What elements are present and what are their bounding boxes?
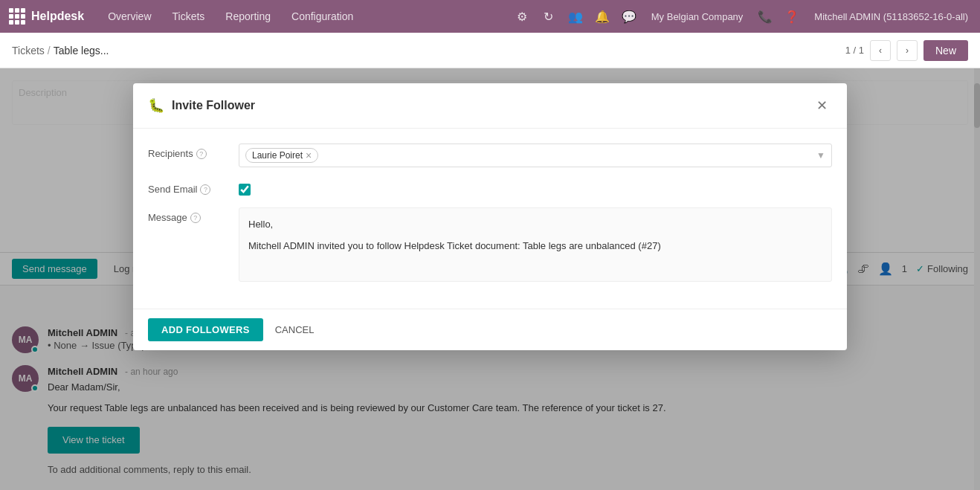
apps-grid-icon — [9, 8, 25, 25]
bug-icon: 🐛 — [148, 97, 164, 114]
users-icon[interactable]: 👥 — [565, 6, 586, 27]
chat-icon[interactable]: 💬 — [619, 6, 639, 27]
invite-follower-modal: 🐛 Invite Follower ✕ Recipients ? — [133, 83, 847, 350]
notifications-icon[interactable]: 🔔 — [592, 6, 613, 27]
modal-header: 🐛 Invite Follower ✕ — [133, 83, 847, 129]
recipients-tag-input[interactable]: Laurie Poiret × ▼ — [239, 144, 832, 167]
send-email-checkbox-area — [239, 179, 251, 196]
top-nav: Helpdesk Overview Tickets Reporting Conf… — [0, 0, 980, 33]
nav-reporting[interactable]: Reporting — [216, 7, 280, 25]
breadcrumb-parent[interactable]: Tickets — [12, 45, 45, 57]
modal-body: Recipients ? Laurie Poiret × ▼ — [133, 129, 847, 309]
breadcrumb-current: Table legs... — [54, 45, 109, 57]
apps-menu-button[interactable] — [6, 5, 28, 28]
next-record-button[interactable]: › — [897, 40, 918, 61]
recipient-tag: Laurie Poiret × — [245, 148, 318, 163]
help-icon[interactable]: ❓ — [781, 6, 802, 27]
modal-footer: ADD FOLLOWERS CANCEL — [133, 309, 847, 350]
nav-right: ⚙ ↻ 👥 🔔 💬 My Belgian Company 📞 ❓ Mitchel… — [512, 6, 974, 27]
cancel-button[interactable]: CANCEL — [272, 318, 317, 341]
message-greeting-line: Hello, — [248, 217, 822, 233]
dropdown-arrow-icon[interactable]: ▼ — [816, 150, 825, 161]
modal-overlay: 🐛 Invite Follower ✕ Recipients ? — [0, 68, 980, 490]
add-followers-button[interactable]: ADD FOLLOWERS — [148, 318, 263, 341]
message-textarea: Hello, Mitchell ADMIN invited you to fol… — [239, 207, 832, 282]
breadcrumb: Tickets / Table legs... — [12, 45, 109, 57]
user-name[interactable]: Mitchell ADMIN (51183652-16-0-all) — [808, 8, 974, 25]
nav-overview[interactable]: Overview — [99, 7, 160, 25]
message-input-area: Hello, Mitchell ADMIN invited you to fol… — [239, 207, 832, 282]
new-button[interactable]: New — [923, 40, 968, 61]
send-email-row: Send Email ? — [148, 179, 832, 196]
refresh-icon[interactable]: ↻ — [538, 6, 559, 27]
message-help-icon: ? — [190, 213, 201, 223]
message-label: Message ? — [148, 207, 230, 223]
send-email-help-icon: ? — [200, 184, 210, 195]
page-info: 1 / 1 — [845, 45, 864, 56]
recipients-help-icon: ? — [196, 149, 207, 159]
recipients-label: Recipients ? — [148, 144, 230, 159]
send-email-checkbox[interactable] — [239, 184, 251, 196]
app-name: Helpdesk — [31, 10, 84, 23]
message-body-line: Mitchell ADMIN invited you to follow Hel… — [248, 239, 822, 254]
phone-icon[interactable]: 📞 — [755, 6, 776, 27]
prev-record-button[interactable]: ‹ — [870, 40, 891, 61]
message-row: Message ? Hello, Mitchell ADMIN invited … — [148, 207, 832, 282]
nav-tickets[interactable]: Tickets — [164, 7, 214, 25]
modal-close-button[interactable]: ✕ — [811, 95, 832, 116]
recipients-row: Recipients ? Laurie Poiret × ▼ — [148, 144, 832, 167]
form-nav: 1 / 1 ‹ › New — [845, 40, 968, 61]
settings-icon[interactable]: ⚙ — [512, 6, 532, 27]
company-name[interactable]: My Belgian Company — [645, 8, 749, 25]
form-header: Tickets / Table legs... 1 / 1 ‹ › New — [0, 33, 980, 68]
breadcrumb-separator: / — [48, 45, 51, 57]
modal-title-area: 🐛 Invite Follower — [148, 97, 255, 114]
main-menu: Overview Tickets Reporting Configuration — [99, 7, 362, 25]
main-content: Description Send message Log note 🕐 Acti… — [0, 68, 980, 490]
modal-title: Invite Follower — [172, 99, 255, 112]
nav-configuration[interactable]: Configuration — [283, 7, 362, 25]
send-email-label: Send Email ? — [148, 179, 230, 195]
recipient-name: Laurie Poiret — [252, 150, 303, 161]
remove-recipient-button[interactable]: × — [306, 150, 312, 161]
recipients-input-area: Laurie Poiret × ▼ — [239, 144, 832, 167]
